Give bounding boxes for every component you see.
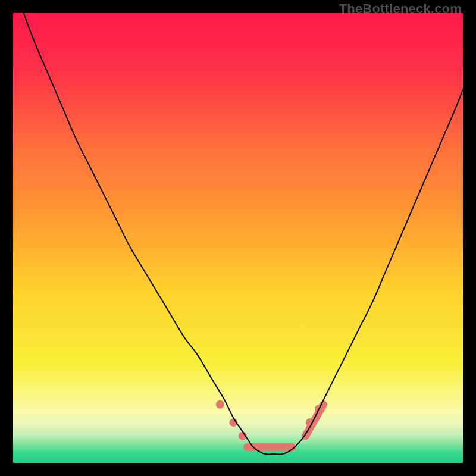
marker-dot [216, 400, 224, 409]
watermark-text: TheBottleneck.com [339, 1, 462, 17]
chart-plot [13, 13, 463, 463]
bottleneck-curve [13, 0, 463, 454]
marker-layer [216, 400, 324, 447]
